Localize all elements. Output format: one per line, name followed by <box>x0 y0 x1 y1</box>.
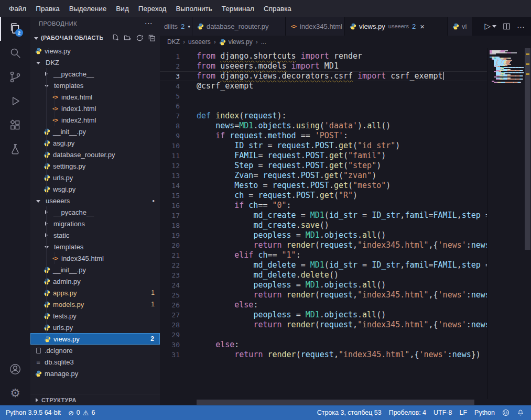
tab-label: diiits <box>164 23 178 30</box>
eol[interactable]: LF <box>456 405 471 420</box>
tree-item-DKZ[interactable]: DKZ <box>30 57 160 68</box>
extensions-icon[interactable] <box>0 113 30 137</box>
menu-item-Файл[interactable]: Файл <box>4 0 31 17</box>
menu-item-Правка[interactable]: Правка <box>31 0 64 17</box>
tab-vi[interactable]: vi <box>448 17 472 36</box>
vertical-scrollbar[interactable] <box>524 48 531 405</box>
notifications-bell-icon[interactable] <box>513 405 528 420</box>
menu-item-Вид[interactable]: Вид <box>111 0 133 17</box>
feedback-icon[interactable] <box>499 405 513 420</box>
python-version[interactable]: Python 3.9.5 64-bit <box>2 405 64 420</box>
tree-item-apps.py[interactable]: apps.py1 <box>30 287 160 299</box>
tab-diiits[interactable]: diiits2● <box>160 17 192 36</box>
error-icon: ⊘ <box>68 409 74 417</box>
tree-item-index345.html[interactable]: <>index345.html <box>30 252 160 264</box>
tree-item-label: database_roouter.py <box>53 151 115 159</box>
encoding[interactable]: UTF-8 <box>430 405 456 420</box>
tree-item-views.py[interactable]: views.py2 <box>30 333 160 345</box>
tree-item-index2.html[interactable]: <>index2.html <box>30 114 160 126</box>
tree-item-database_roouter.py[interactable]: database_roouter.py <box>30 149 160 160</box>
tree-item-__pycache__[interactable]: __pycache__ <box>30 68 160 80</box>
tree-item-settings.py[interactable]: settings.py <box>30 160 160 172</box>
breadcrumb-item-views.py[interactable]: views.py <box>219 38 253 46</box>
settings-gear-icon[interactable]: ⚙ <box>0 381 30 405</box>
line-number: 15 <box>160 191 180 201</box>
tree-item-manage.py[interactable]: manage.py <box>30 368 160 379</box>
line-number: 14 <box>160 181 180 191</box>
horizontal-scrollbar-thumb[interactable] <box>197 400 474 405</box>
tree-item-urls.py[interactable]: urls.py <box>30 322 160 333</box>
tree-item-db.sqlite3[interactable]: ≡db.sqlite3 <box>30 356 160 368</box>
breadcrumb-item-DKZ[interactable]: DKZ <box>167 38 180 46</box>
tree-item-__init__.py[interactable]: __init__.py <box>30 126 160 137</box>
code-line: if ch== "0": <box>197 201 487 211</box>
minimap[interactable] <box>487 48 524 399</box>
gear-glyph: ⚙ <box>10 388 20 399</box>
python-file-icon <box>452 23 459 30</box>
tab-index345.html[interactable]: <>index345.html <box>286 17 345 36</box>
tree-item-urls.py[interactable]: urls.py <box>30 172 160 183</box>
indentation[interactable]: Пробелов: 4 <box>385 405 430 420</box>
more-actions-icon[interactable]: ··· <box>517 22 525 31</box>
sidebar-more-icon[interactable]: ⋯ <box>145 19 153 28</box>
breadcrumb-item-...[interactable]: ... <box>261 38 266 46</box>
menu-item-Терминал[interactable]: Терминал <box>217 0 259 17</box>
explorer-icon[interactable]: 2 <box>0 17 30 41</box>
language-mode[interactable]: Python <box>471 405 499 420</box>
git-badge: 1 <box>151 289 155 296</box>
tree-item-migrations[interactable]: migrations <box>30 218 160 229</box>
menu-item-Переход[interactable]: Переход <box>134 0 171 17</box>
tab-views.py[interactable]: views.pyuseeers2× <box>345 17 448 36</box>
python-file-icon <box>219 39 226 46</box>
search-icon[interactable] <box>0 41 30 65</box>
breadcrumb-item-useeers[interactable]: useeers <box>188 38 211 46</box>
run-button[interactable]: ▷ <box>484 21 496 31</box>
tree-item-index.html[interactable]: <>index.html <box>30 91 160 103</box>
tree-item-models.py[interactable]: models.py1 <box>30 299 160 310</box>
tree-item-views.py[interactable]: views.py <box>30 45 160 57</box>
database-file-icon: ≡ <box>35 358 42 366</box>
tree-item-label: db.sqlite3 <box>45 358 74 366</box>
tree-item-templates[interactable]: templates <box>30 80 160 91</box>
tree-item-static[interactable]: static <box>30 229 160 241</box>
modified-dot-icon: ● <box>152 198 155 203</box>
tab-database_roouter.py[interactable]: database_roouter.py <box>192 17 286 36</box>
indent-guide <box>46 229 47 241</box>
source-control-icon[interactable] <box>0 65 30 89</box>
tree-item-__init__.py[interactable]: __init__.py <box>30 264 160 275</box>
workspace-section-header[interactable]: (РАБОЧАЯ ОБЛАСТЬ) ... <box>30 30 160 45</box>
tree-item-useeers[interactable]: useeers● <box>30 195 160 206</box>
accounts-icon[interactable] <box>0 357 30 381</box>
new-file-icon[interactable] <box>112 34 120 42</box>
problems-indicator[interactable]: ⊘ 0 ⚠ 6 <box>64 405 99 420</box>
menu-item-Справка[interactable]: Справка <box>259 0 296 17</box>
new-folder-icon[interactable] <box>124 34 132 42</box>
tree-item-index1.html[interactable]: <>index1.html <box>30 103 160 114</box>
python-file-icon <box>43 278 50 285</box>
refresh-icon[interactable] <box>136 34 144 42</box>
split-editor-icon[interactable] <box>503 23 511 30</box>
outline-section-header[interactable]: СТРУКТУРА <box>30 394 160 405</box>
close-icon[interactable]: × <box>420 22 425 31</box>
sidebar-title: ПРОВОДНИК <box>39 20 77 27</box>
tree-item-templates[interactable]: templates <box>30 241 160 252</box>
tree-item-asgi.py[interactable]: asgi.py <box>30 137 160 149</box>
collapse-all-icon[interactable] <box>148 34 156 42</box>
breadcrumb-label: useeers <box>188 38 211 46</box>
run-debug-icon[interactable] <box>0 89 30 113</box>
testing-flask-icon[interactable] <box>0 137 30 161</box>
tree-item-tests.py[interactable]: tests.py <box>30 310 160 322</box>
menu-item-Выделение[interactable]: Выделение <box>64 0 112 17</box>
menu-item-Выполнить[interactable]: Выполнить <box>171 0 216 17</box>
vertical-scrollbar-thumb[interactable] <box>525 48 530 250</box>
code-editor[interactable]: 1234567891011121314151617181920212223242… <box>160 48 531 405</box>
tree-item-__pycache__[interactable]: __pycache__ <box>30 206 160 218</box>
tab-label: database_roouter.py <box>207 23 269 30</box>
python-file-icon <box>197 23 204 30</box>
tree-item-admin.py[interactable]: admin.py <box>30 275 160 287</box>
tree-item-wsgi.py[interactable]: wsgi.py <box>30 183 160 195</box>
code-line: md_create.save() <box>197 220 487 230</box>
cursor-position[interactable]: Строка 3, столбец 53 <box>313 405 385 420</box>
line-number: 19 <box>160 230 180 240</box>
tree-item-.dcignore[interactable]: .dcignore <box>30 345 160 356</box>
